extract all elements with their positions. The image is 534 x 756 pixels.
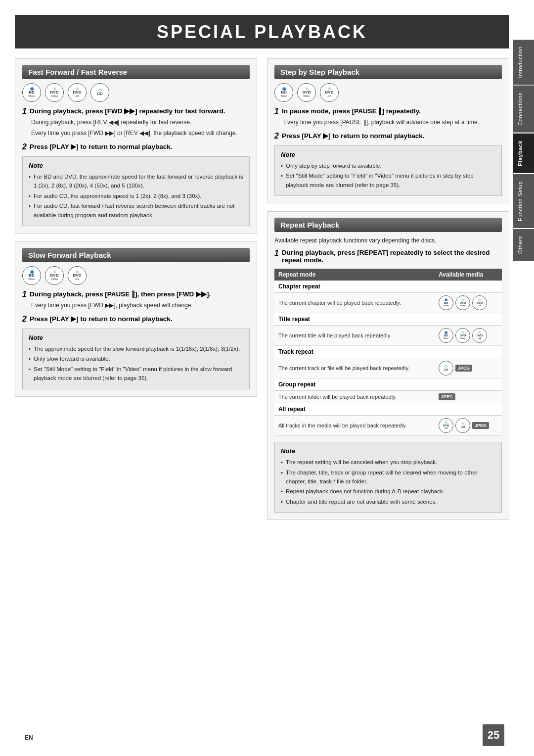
rp-note-item-3: Repeat playback does not function during… [281,487,495,496]
repeat-note-body: The repeat setting will be canceled when… [281,458,495,506]
sf-note-item-1: The approximate speed for the slow forwa… [29,344,243,353]
ar-cd-icon: 💿CD [455,418,470,433]
rp-note-item-4: Chapter and title repeat are not availab… [281,497,495,506]
sbs-step-num-2: 2 [274,132,279,141]
trk-jpeg-badge: JPEG [455,365,472,372]
step-num-2: 2 [22,142,27,151]
sbs-step1-title: In pause mode, press [PAUSE ‖] repeatedl… [282,107,421,115]
repeat-playback-header: Repeat Playback [274,218,502,232]
slow-forward-step1-title: During playback, press [PAUSE ‖], then p… [30,290,211,298]
sidebar-tab-function-setup[interactable]: Function Setup [513,174,534,228]
sbs-dvd-video-icon: 💿 DVD Video [297,83,316,102]
repeat-step1: 1 During playback, press [REPEAT] repeat… [274,249,502,264]
group-repeat-media-icons: JPEG [439,393,498,400]
slow-forward-step2-title: Press [PLAY ▶] to return to normal playb… [30,315,173,323]
sf-step-num-2: 2 [22,315,27,324]
repeat-step1-title: During playback, press [REPEAT] repeated… [282,249,502,264]
cr-bd-icon: 🔵BDVideo [439,295,453,310]
fast-forward-step2: 2 Press [PLAY ▶] to return to normal pla… [22,142,250,151]
dvd-video-icon: 💿 DVD Video [45,83,64,102]
group-repeat-header-row: Group repeat [274,378,502,391]
all-repeat-label: All repeat [274,403,502,416]
title-repeat-desc: The current title will be played back re… [274,326,435,346]
track-repeat-header-row: Track repeat [274,346,502,358]
fast-forward-header: Fast Forward / Fast Reverse [22,65,250,79]
sf-dvd-video-icon: 💿 DVD Video [45,266,64,285]
sbs-note-item-1: Only step by step forward is available. [281,161,495,170]
track-repeat-media-icons: 💿CD JPEG [439,361,498,376]
all-repeat-desc: All tracks in the media will be played b… [274,416,435,436]
repeat-playback-section: Repeat Playback Available repeat playbac… [267,211,509,520]
fast-forward-step1: 1 During playback, press [FWD ▶▶] repeat… [22,107,250,138]
slow-forward-media-icons: 🔵 BD Video 💿 DVD Video 💿 DVD -VR [22,266,250,285]
cr-dvdvr-icon: 💿DVD-VR [472,295,487,310]
tr-bd-icon: 🔵BDVideo [439,328,453,343]
sbs-dvd-vr-icon: 💿 DVD -VR [320,83,339,102]
repeat-table-col2: Available media [435,269,502,281]
en-label: EN [25,734,33,741]
rp-note-item-1: The repeat setting will be canceled when… [281,458,495,467]
slow-forward-step1-body: Every time you press [FWD ▶▶], playback … [31,301,250,310]
chapter-repeat-label: Chapter repeat [274,281,502,293]
fast-forward-note: Note For BD and DVD, the approximate spe… [22,156,250,226]
page-title: SPECIAL PLAYBACK [15,15,509,48]
step-num-1: 1 [22,107,27,116]
sf-step-num-1: 1 [22,290,27,299]
repeat-table: Repeat mode Available media Chapter repe… [274,269,502,436]
ar-dvdvr-icon: 💿DVD-VR [439,418,453,433]
sf-dvd-vr-icon: 💿 DVD -VR [68,266,87,285]
sbs-note: Note Only step by step forward is availa… [274,145,502,196]
tr-dvd-icon: 💿DVDVideo [455,328,470,343]
all-repeat-media: 💿DVD-VR 💿CD JPEG [435,416,502,436]
sidebar-tab-introduction[interactable]: Introduction [513,40,534,85]
all-repeat-header-row: All repeat [274,403,502,416]
fast-forward-note-list: For BD and DVD, the approximate speed fo… [29,172,243,220]
rp-note-item-2: The chapter, title, track or group repea… [281,468,495,486]
main-content: SPECIAL PLAYBACK Fast Forward / Fast Rev… [15,15,509,520]
right-column: Step by Step Playback 🔵 BD Video 💿 DVD V… [267,58,509,520]
sidebar-tabs: Introduction Connections Playback Functi… [513,40,534,261]
fast-forward-step1-body1: During playback, press [REV ◀◀] repeated… [31,118,250,127]
track-repeat-media: 💿CD JPEG [435,358,502,378]
slow-forward-note: Note The approximate speed for the slow … [22,329,250,389]
page-container: Introduction Connections Playback Functi… [0,0,534,756]
bd-video-icon: 🔵 BD Video [22,83,41,102]
group-repeat-data-row: The current folder will be played back r… [274,391,502,403]
repeat-table-col1: Repeat mode [274,269,435,281]
ar-jpeg-badge: JPEG [472,422,489,429]
fast-forward-note-title: Note [29,162,243,169]
fast-forward-step1-body2: Every time you press [FWD ▶▶] or [REV ◀◀… [31,129,250,138]
fast-forward-step1-title: During playback, press [FWD ▶▶] repeated… [30,107,225,115]
step-by-step-media-icons: 🔵 BD Video 💿 DVD Video 💿 DVD -VR [274,83,502,102]
trk-cd-icon: 💿CD [439,361,453,376]
ff-note-item-1: For BD and DVD, the approximate speed fo… [29,172,243,190]
slow-forward-step2: 2 Press [PLAY ▶] to return to normal pla… [22,315,250,324]
all-repeat-media-icons: 💿DVD-VR 💿CD JPEG [439,418,498,433]
sbs-step2: 2 Press [PLAY ▶] to return to normal pla… [274,132,502,141]
sbs-step2-title: Press [PLAY ▶] to return to normal playb… [282,132,425,140]
all-repeat-data-row: All tracks in the media will be played b… [274,416,502,436]
sbs-note-item-2: Set "Still Mode" setting to "Field" in "… [281,171,495,189]
sbs-note-body: Only step by step forward is available. … [281,161,495,189]
repeat-note-list: The repeat setting will be canceled when… [281,458,495,506]
page-number: 25 [483,724,504,746]
repeat-step-num-1: 1 [274,249,279,258]
sbs-note-title: Note [281,151,495,158]
track-repeat-data-row: The current track or file will be played… [274,358,502,378]
slow-forward-section: Slow Forward Playback 🔵 BD Video 💿 DVD V… [15,241,257,397]
track-repeat-label: Track repeat [274,346,502,358]
grp-jpeg-badge: JPEG [439,393,455,400]
group-repeat-desc: The current folder will be played back r… [274,391,435,403]
group-repeat-media: JPEG [435,391,502,403]
fast-forward-note-body: For BD and DVD, the approximate speed fo… [29,172,243,220]
sidebar-tab-connections[interactable]: Connections [513,86,534,133]
title-repeat-media-icons: 🔵BDVideo 💿DVDVideo 💿DVD-VR [439,328,498,343]
sbs-step1-body: Every time you press [PAUSE ‖], playback… [283,118,502,127]
title-repeat-label: Title repeat [274,313,502,326]
fast-forward-media-icons: 🔵 BD Video 💿 DVD Video 💿 DVD -VR [22,83,250,102]
chapter-repeat-media-icons: 🔵BDVideo 💿DVDVideo 💿DVD-VR [439,295,498,310]
sidebar-tab-playback[interactable]: Playback [513,134,534,173]
left-column: Fast Forward / Fast Reverse 🔵 BD Video 💿… [15,58,257,520]
sidebar-tab-others[interactable]: Others [513,229,534,261]
title-repeat-media: 🔵BDVideo 💿DVDVideo 💿DVD-VR [435,326,502,346]
